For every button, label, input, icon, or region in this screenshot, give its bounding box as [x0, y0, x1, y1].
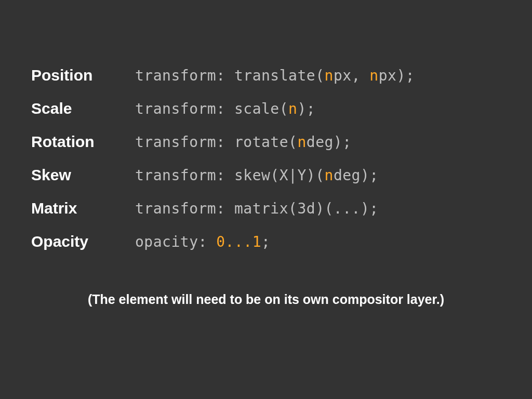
- code-accent: n: [288, 100, 297, 117]
- property-row: Positiontransform: translate(npx, npx);: [31, 66, 501, 84]
- property-label: Rotation: [31, 133, 135, 151]
- code-text: transform: scale(: [135, 100, 288, 117]
- code-text: transform: rotate(: [135, 134, 297, 151]
- property-row: Scaletransform: scale(n);: [31, 100, 501, 117]
- property-code: transform: skew(X|Y)(ndeg);: [135, 167, 379, 184]
- property-code: transform: rotate(ndeg);: [135, 134, 352, 151]
- code-accent: 0...1: [216, 233, 261, 250]
- code-accent: n: [325, 167, 334, 184]
- property-label: Position: [31, 66, 135, 84]
- property-code: transform: translate(npx, npx);: [135, 67, 415, 84]
- code-text: );: [297, 100, 315, 117]
- property-label: Opacity: [31, 233, 135, 250]
- property-label: Skew: [31, 166, 135, 184]
- code-accent: n: [325, 67, 334, 84]
- code-text: px);: [379, 67, 415, 84]
- code-accent: n: [297, 134, 306, 151]
- property-list: Positiontransform: translate(npx, npx);S…: [31, 66, 501, 250]
- code-text: opacity:: [135, 233, 216, 250]
- property-row: Matrixtransform: matrix(3d)(...);: [31, 200, 501, 217]
- code-text: deg);: [307, 134, 352, 151]
- property-code: opacity: 0...1;: [135, 233, 270, 250]
- property-row: Rotationtransform: rotate(ndeg);: [31, 133, 501, 151]
- code-text: transform: skew(X|Y)(: [135, 167, 325, 184]
- property-code: transform: scale(n);: [135, 100, 315, 117]
- code-accent: n: [369, 67, 378, 84]
- property-label: Matrix: [31, 200, 135, 217]
- code-text: deg);: [334, 167, 379, 184]
- code-text: transform: matrix(3d)(...);: [135, 200, 379, 217]
- property-code: transform: matrix(3d)(...);: [135, 200, 379, 217]
- property-row: Opacityopacity: 0...1;: [31, 233, 501, 250]
- property-label: Scale: [31, 100, 135, 117]
- code-text: ;: [261, 233, 270, 250]
- property-row: Skewtransform: skew(X|Y)(ndeg);: [31, 166, 501, 184]
- footer-note: (The element will need to be on its own …: [31, 292, 501, 307]
- code-text: transform: translate(: [135, 67, 325, 84]
- code-text: px,: [334, 67, 369, 84]
